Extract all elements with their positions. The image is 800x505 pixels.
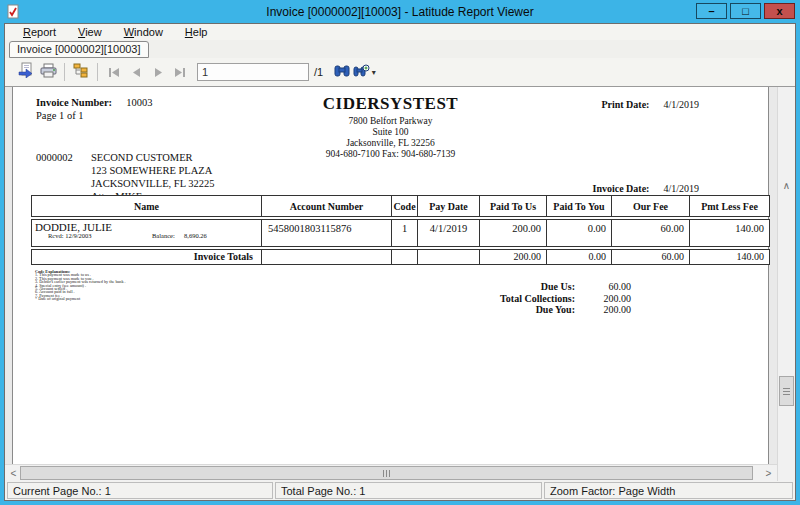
totals-paid-to-you: 0.00: [547, 250, 612, 264]
status-current-page: Current Page No.: 1: [7, 482, 273, 499]
column-header-name: Name: [32, 196, 262, 216]
invoice-summary: Due Us: 60.00 Total Collections: 200.00 …: [455, 281, 631, 316]
zoom-binoculars-icon: [353, 63, 370, 81]
horizontal-scrollbar-thumb[interactable]: [20, 466, 753, 480]
next-page-button[interactable]: [147, 62, 169, 82]
company-address-line2: Suite 100: [13, 127, 768, 138]
cell-pay-date: 4/1/2019: [418, 220, 480, 246]
table-header-row: Name Account Number Code Pay Date Paid T…: [31, 195, 770, 217]
due-you-value: 200.00: [575, 304, 631, 316]
first-page-icon: [108, 63, 120, 81]
invoice-date-block: Invoice Date: 4/1/2019: [593, 183, 700, 194]
title-bar: Invoice [0000002][10003] - Latitude Repo…: [0, 0, 800, 23]
tab-bar: Invoice [0000002][10003]: [5, 40, 795, 58]
cell-our-fee: 60.00: [612, 220, 690, 246]
export-icon: [18, 62, 35, 82]
column-header-our-fee: Our Fee: [612, 196, 690, 216]
binoculars-icon: [334, 63, 350, 81]
print-icon: [40, 63, 57, 82]
zoom-button[interactable]: ▾: [353, 62, 375, 82]
zoom-dropdown-icon[interactable]: ▾: [372, 68, 376, 77]
code-explanations: Code Explanations: 1. This payment was m…: [35, 270, 126, 301]
invoice-date-label: Invoice Date:: [593, 183, 650, 194]
column-header-pay-date: Pay Date: [418, 196, 480, 216]
find-text-button[interactable]: [331, 62, 353, 82]
previous-page-icon: [132, 63, 141, 81]
status-zoom-factor: Zoom Factor: Page Width: [544, 482, 793, 499]
scroll-right-icon[interactable]: >: [760, 465, 777, 481]
toolbar-separator: [64, 63, 65, 81]
window-title: Invoice [0000002][10003] - Latitude Repo…: [0, 5, 800, 19]
client-area: Report View Window Help Invoice [0000002…: [4, 23, 796, 501]
close-icon: x: [776, 5, 782, 17]
previous-page-button[interactable]: [125, 62, 147, 82]
balance-value: 8,690.26: [184, 232, 207, 239]
window-controls: – □ x: [696, 3, 795, 19]
toolbar-separator: [97, 63, 98, 81]
menu-help[interactable]: Help: [185, 26, 208, 38]
horizontal-scrollbar[interactable]: < >: [5, 464, 777, 481]
maximize-button[interactable]: □: [730, 3, 761, 19]
totals-paid-to-us: 200.00: [480, 250, 547, 264]
report-page: Invoice Number:10003 Page 1 of 1 CIDERSY…: [12, 87, 769, 464]
last-page-icon: [174, 63, 186, 81]
print-date-value: 4/1/2019: [663, 99, 699, 110]
totals-pmt-less-fee: 140.00: [690, 250, 769, 264]
print-date-label: Print Date:: [601, 99, 649, 110]
menu-report[interactable]: Report: [23, 26, 56, 38]
cell-name: DODDIE, JULIE Rcvd: 12/9/2003 Balance: 8…: [32, 220, 262, 246]
last-page-button[interactable]: [169, 62, 191, 82]
group-tree-button[interactable]: [70, 62, 92, 82]
menu-window[interactable]: Window: [124, 26, 163, 38]
due-us-label: Due Us:: [455, 281, 575, 293]
customer-address-line1: 123 SOMEWHERE PLAZA: [91, 164, 215, 177]
column-header-account-number: Account Number: [262, 196, 392, 216]
due-you-label: Due You:: [455, 304, 575, 316]
due-us-value: 60.00: [575, 281, 631, 293]
invoice-totals-label: Invoice Totals: [32, 250, 262, 264]
group-tree-icon: [73, 63, 89, 82]
page-total-label: /1: [314, 66, 323, 78]
customer-address-line2: JACKSONVILLE, FL 32225: [91, 177, 215, 190]
vertical-scrollbar[interactable]: ∧ ∨: [777, 87, 795, 481]
totals-empty-code: [392, 250, 418, 264]
next-page-icon: [154, 63, 163, 81]
summary-due-us: Due Us: 60.00: [455, 281, 631, 293]
maximize-icon: □: [742, 5, 749, 17]
tab-invoice[interactable]: Invoice [0000002][10003]: [9, 41, 149, 58]
menu-bar: Report View Window Help: [5, 24, 795, 40]
customer-name: SECOND CUSTOMER: [91, 151, 215, 164]
cell-paid-to-us: 200.00: [480, 220, 547, 246]
summary-due-you: Due You: 200.00: [455, 304, 631, 316]
company-address-line1: 7800 Belfort Parkway: [13, 116, 768, 127]
cell-code: 1: [392, 220, 418, 246]
scroll-up-icon[interactable]: ∧: [778, 87, 795, 284]
invoice-date-value: 4/1/2019: [663, 183, 699, 194]
table-totals-row: Invoice Totals 200.00 0.00 60.00 140.00: [31, 249, 770, 265]
minimize-button[interactable]: –: [696, 3, 727, 19]
status-total-page: Total Page No.: 1: [275, 482, 542, 499]
report-main-area: Invoice Number:10003 Page 1 of 1 CIDERSY…: [5, 87, 795, 481]
export-button[interactable]: [15, 62, 37, 82]
invoice-table: Name Account Number Code Pay Date Paid T…: [31, 195, 770, 265]
print-button[interactable]: [37, 62, 59, 82]
table-data-row: DODDIE, JULIE Rcvd: 12/9/2003 Balance: 8…: [31, 219, 770, 247]
report-viewport: Invoice Number:10003 Page 1 of 1 CIDERSY…: [5, 87, 777, 464]
menu-view[interactable]: View: [78, 26, 102, 38]
cell-account-number: 5458001803115876: [262, 220, 392, 246]
totals-empty-account: [262, 250, 392, 264]
totals-our-fee: 60.00: [612, 250, 690, 264]
print-date-block: Print Date: 4/1/2019: [601, 99, 699, 110]
total-collections-label: Total Collections:: [455, 293, 575, 305]
column-header-code: Code: [392, 196, 418, 216]
close-button[interactable]: x: [764, 3, 795, 19]
summary-total-collections: Total Collections: 200.00: [455, 293, 631, 305]
cell-pmt-less-fee: 140.00: [690, 220, 769, 246]
minimize-icon: –: [708, 5, 714, 17]
column-header-paid-to-us: Paid To Us: [480, 196, 547, 216]
first-page-button[interactable]: [103, 62, 125, 82]
total-collections-value: 200.00: [575, 293, 631, 305]
vertical-scrollbar-thumb[interactable]: [779, 376, 794, 406]
toolbar: /1 ▾: [5, 58, 795, 87]
page-number-input[interactable]: [197, 63, 309, 81]
